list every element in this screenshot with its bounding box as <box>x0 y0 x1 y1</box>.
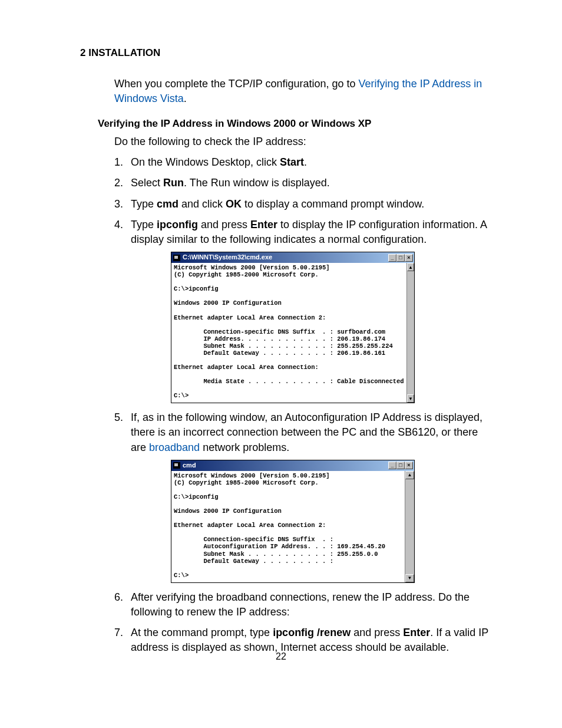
intro-text-pre: When you complete the TCP/IP configurati… <box>114 78 359 90</box>
cmd-icon <box>173 255 180 261</box>
bold-ipconfig-renew: ipconfig /renew <box>273 627 351 638</box>
step-4: 4. Type ipconfig and press Enter to disp… <box>114 218 491 404</box>
bold-ipconfig: ipconfig <box>157 219 198 230</box>
step-1: 1. On the Windows Desktop, click Start. <box>114 155 491 170</box>
step-text: and press <box>198 219 250 230</box>
step-3: 3. Type cmd and click OK to display a co… <box>114 197 491 212</box>
titlebar-text: C:\WINNT\System32\cmd.exe <box>183 253 272 262</box>
step-text: After verifying the broadband connection… <box>131 591 470 618</box>
step-text: . <box>304 156 307 168</box>
heading-verify-xp: Verifying the IP Address in Windows 2000… <box>98 117 491 131</box>
step-text: At the command prompt, type <box>131 627 273 638</box>
step-number: 6. <box>114 590 123 605</box>
scrollbar[interactable]: ▲ ▼ <box>406 263 414 403</box>
step-text: Type <box>131 219 157 230</box>
step-text: Type <box>131 198 157 210</box>
step-text: On the Windows Desktop, click <box>131 156 280 168</box>
step-6: 6. After verifying the broadband connect… <box>114 590 491 620</box>
step-5: 5. If, as in the following window, an Au… <box>114 410 491 583</box>
minimize-button[interactable]: _ <box>388 254 396 262</box>
intro-text-post: . <box>184 93 187 104</box>
maximize-button[interactable]: □ <box>396 462 405 469</box>
step-number: 2. <box>114 176 123 190</box>
step-text: Select <box>131 177 163 189</box>
intro-paragraph: When you complete the TCP/IP configurati… <box>114 77 491 106</box>
step-2: 2. Select Run. The Run window is display… <box>114 176 491 190</box>
step-text: and press <box>351 627 403 638</box>
cmd-window-2: cmd _ □ × Microsoft Windows 2000 [Versio… <box>171 460 415 583</box>
step-text: . The Run window is displayed. <box>184 177 330 189</box>
section-header: 2 INSTALLATION <box>80 46 491 60</box>
cmd-icon <box>173 462 180 469</box>
bold-enter: Enter <box>250 219 277 230</box>
link-broadband[interactable]: broadband <box>149 442 200 453</box>
bold-run: Run <box>163 177 184 189</box>
page-number: 22 <box>0 650 562 663</box>
cmd-output: Microsoft Windows 2000 [Version 5.00.219… <box>171 263 406 403</box>
scroll-up-button[interactable]: ▲ <box>405 471 414 479</box>
lead-text: Do the following to check the IP address… <box>114 134 491 149</box>
bold-ok: OK <box>226 198 242 210</box>
scroll-down-button[interactable]: ▼ <box>407 394 414 403</box>
bold-cmd: cmd <box>157 198 178 210</box>
titlebar: cmd _ □ × <box>171 460 414 471</box>
scrollbar[interactable]: ▲ ▼ <box>405 471 414 582</box>
step-number: 5. <box>114 410 123 425</box>
titlebar-text: cmd <box>183 461 196 470</box>
cmd-window-1: C:\WINNT\System32\cmd.exe _ □ × Microsof… <box>171 252 415 403</box>
bold-enter: Enter <box>403 627 430 638</box>
cmd-output: Microsoft Windows 2000 [Version 5.00.219… <box>171 471 405 582</box>
close-button[interactable]: × <box>405 254 413 262</box>
scroll-down-button[interactable]: ▼ <box>405 574 414 582</box>
step-number: 7. <box>114 625 123 640</box>
step-number: 1. <box>114 155 123 170</box>
step-number: 4. <box>114 218 123 232</box>
step-text: and click <box>178 198 226 210</box>
step-text: network problems. <box>200 442 289 453</box>
close-button[interactable]: × <box>405 462 413 469</box>
step-number: 3. <box>114 197 123 212</box>
titlebar: C:\WINNT\System32\cmd.exe _ □ × <box>171 252 414 263</box>
step-text: to display a command prompt window. <box>242 198 424 210</box>
bold-start: Start <box>280 156 304 168</box>
maximize-button[interactable]: □ <box>396 254 405 262</box>
minimize-button[interactable]: _ <box>388 462 396 469</box>
scroll-up-button[interactable]: ▲ <box>407 263 414 271</box>
